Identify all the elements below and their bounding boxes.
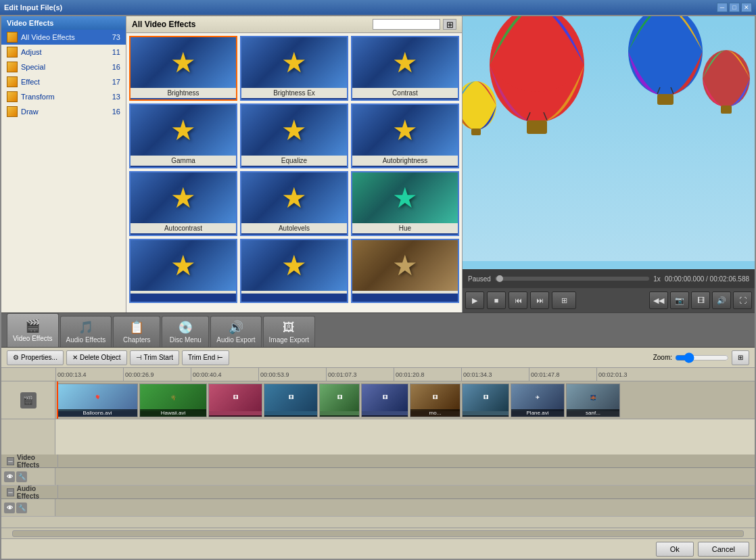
- video-effects-track-left: 👁 🔧: [1, 468, 55, 485]
- clip-hawaii[interactable]: 🌴 Hawaii.avi: [139, 383, 207, 417]
- video-effects-tool-button[interactable]: 🔧: [16, 471, 27, 482]
- effects-area: All Video Effects ⊞ ★ Brightness ★: [126, 16, 463, 312]
- sidebar-item-special[interactable]: Special 16: [1, 60, 126, 74]
- effect-autocontrast[interactable]: ★ Autocontrast: [129, 171, 237, 236]
- clip-thumb-balloons: 🎈: [57, 384, 137, 411]
- clip-mo[interactable]: 🎞 mo...: [410, 383, 460, 417]
- clip-thumb-5: 🎞: [320, 384, 359, 411]
- clip-water[interactable]: 🎞: [462, 383, 509, 417]
- clip-3[interactable]: 🎞: [208, 383, 262, 417]
- camera-button[interactable]: 🎞: [691, 291, 710, 309]
- scrollbar-track[interactable]: [12, 530, 744, 537]
- image-export-tab-icon: 🖼: [283, 321, 295, 335]
- preview-controls: Paused 1x 00:00:00.000 / 00:02:06.588: [463, 269, 755, 288]
- next-frame-button[interactable]: ⏭: [530, 291, 549, 309]
- effect-thumbnail-hue: ★: [352, 172, 458, 223]
- audio-effects-tool-button[interactable]: 🔧: [16, 503, 27, 513]
- effect-label-brightness: Brightness: [131, 88, 236, 98]
- effect-equalize[interactable]: ★ Equalize: [240, 103, 348, 168]
- effect-icon: [7, 76, 18, 87]
- tab-audio-export[interactable]: 🔊 Audio Export: [210, 316, 261, 347]
- cancel-button[interactable]: Cancel: [698, 542, 749, 557]
- tab-disc-menu[interactable]: 💿 Disc Menu: [162, 316, 209, 347]
- volume-button[interactable]: 🔊: [712, 291, 731, 309]
- sidebar-item-all-video-effects[interactable]: All Video Effects 73: [1, 30, 126, 45]
- progress-bar[interactable]: [495, 277, 649, 281]
- tab-video-effects[interactable]: 🎬 Video Effects: [7, 313, 59, 347]
- preview-video: [463, 16, 755, 269]
- back-button[interactable]: ◀◀: [649, 291, 668, 309]
- effects-view-toggle[interactable]: ⊞: [443, 19, 456, 30]
- tab-audio-effects[interactable]: 🎵 Audio Effects: [60, 316, 112, 347]
- snapshot-button[interactable]: 📷: [670, 291, 689, 309]
- trim-start-button[interactable]: ⊣ Trim Start: [130, 350, 180, 365]
- zoom-area: Zoom: ⊞: [653, 350, 749, 365]
- star-icon-autolevels: ★: [281, 184, 307, 212]
- sidebar-item-effect[interactable]: Effect 17: [1, 74, 126, 89]
- clip-6[interactable]: 🎞: [361, 383, 408, 417]
- timeline-right: 🎈 Balloons.avi 🌴 Hawaii.avi 🎞: [55, 381, 755, 454]
- minimize-button[interactable]: ─: [717, 3, 728, 12]
- clip-label-4: [264, 415, 317, 417]
- stop-button[interactable]: ■: [487, 291, 506, 309]
- video-effects-collapse-button[interactable]: ─: [7, 457, 14, 465]
- timeline-ruler: 00:00:13.4 00:00:26.9 00:00:40.4 00:00:5…: [1, 368, 755, 381]
- clip-balloons[interactable]: 🎈 Balloons.avi: [57, 383, 138, 417]
- effect-hue[interactable]: ★ Hue: [351, 171, 459, 236]
- window-controls: ─ □ ✕: [717, 3, 752, 12]
- effect-gamma[interactable]: ★ Gamma: [129, 103, 237, 168]
- restore-button[interactable]: □: [729, 3, 740, 12]
- clip-label-balloons: Balloons.avi: [57, 409, 137, 417]
- tabs-area: 🎬 Video Effects 🎵 Audio Effects 📋 Chapte…: [1, 312, 755, 348]
- effect-brightness[interactable]: ★ Brightness: [129, 36, 237, 101]
- clip-plane[interactable]: ✈ Plane.avi: [511, 383, 565, 417]
- effect-extra2[interactable]: ★: [240, 239, 348, 303]
- adjust-icon: [7, 47, 18, 57]
- bottom-bar: Ok Cancel: [1, 538, 755, 559]
- clip-5[interactable]: 🎞: [319, 383, 360, 417]
- video-track[interactable]: 🎈 Balloons.avi 🌴 Hawaii.avi 🎞: [55, 381, 755, 419]
- effects-search-input[interactable]: [373, 19, 440, 30]
- star-icon-autobrightness: ★: [392, 116, 418, 145]
- video-effects-eye-button[interactable]: 👁: [4, 471, 15, 482]
- horizontal-scrollbar[interactable]: [1, 528, 755, 538]
- zoom-slider[interactable]: [675, 353, 729, 363]
- star-icon-brightness: ★: [170, 49, 196, 77]
- effect-brightness-ex[interactable]: ★ Brightness Ex: [240, 36, 348, 101]
- trim-end-button[interactable]: Trim End ⊢: [182, 350, 229, 365]
- sidebar-item-draw[interactable]: Draw 16: [1, 104, 126, 119]
- preview-svg: [463, 16, 755, 269]
- properties-button[interactable]: ⚙ Properties...: [7, 350, 64, 365]
- delete-icon: ✕: [72, 354, 78, 361]
- fullscreen-button[interactable]: ⛶: [733, 291, 752, 309]
- clip-4[interactable]: 🎞: [264, 383, 318, 417]
- zoom-fit-button[interactable]: ⊞: [732, 350, 749, 365]
- play-button[interactable]: ▶: [465, 291, 484, 309]
- audio-effects-eye-button[interactable]: 👁: [4, 503, 15, 513]
- effect-extra3[interactable]: ★: [351, 239, 459, 303]
- star-icon-extra3: ★: [392, 252, 418, 280]
- tab-chapters[interactable]: 📋 Chapters: [113, 316, 160, 347]
- close-button[interactable]: ✕: [741, 3, 752, 12]
- frame-button[interactable]: ⊞: [552, 291, 576, 309]
- clip-thumb-mo: 🎞: [410, 384, 460, 411]
- effect-extra1[interactable]: ★: [129, 239, 237, 303]
- sidebar-item-adjust[interactable]: Adjust 11: [1, 45, 126, 60]
- tab-image-export[interactable]: 🖼 Image Export: [263, 316, 315, 347]
- video-effects-track-row: 👁 🔧: [1, 468, 755, 486]
- effect-contrast[interactable]: ★ Contrast: [351, 36, 459, 101]
- effects-header-controls: ⊞: [373, 19, 456, 30]
- star-icon-gamma: ★: [170, 116, 196, 145]
- audio-effects-collapse-button[interactable]: ─: [7, 488, 14, 496]
- clip-sanf[interactable]: 🌉 sanf...: [566, 383, 620, 417]
- effect-thumbnail-extra3: ★: [352, 240, 458, 291]
- effect-autolevels[interactable]: ★ Autolevels: [240, 171, 348, 236]
- main-window: Video Effects All Video Effects 73 Adjus…: [0, 15, 756, 560]
- effect-thumbnail-brightness-ex: ★: [241, 37, 347, 88]
- delete-object-button[interactable]: ✕ Delete Object: [66, 350, 127, 365]
- effect-autobrightness[interactable]: ★ Autobrightness: [351, 103, 459, 168]
- prev-frame-button[interactable]: ⏮: [509, 291, 527, 309]
- sidebar-item-transform[interactable]: Transform 13: [1, 89, 126, 104]
- ok-button[interactable]: Ok: [656, 542, 694, 557]
- svg-rect-11: [721, 106, 732, 114]
